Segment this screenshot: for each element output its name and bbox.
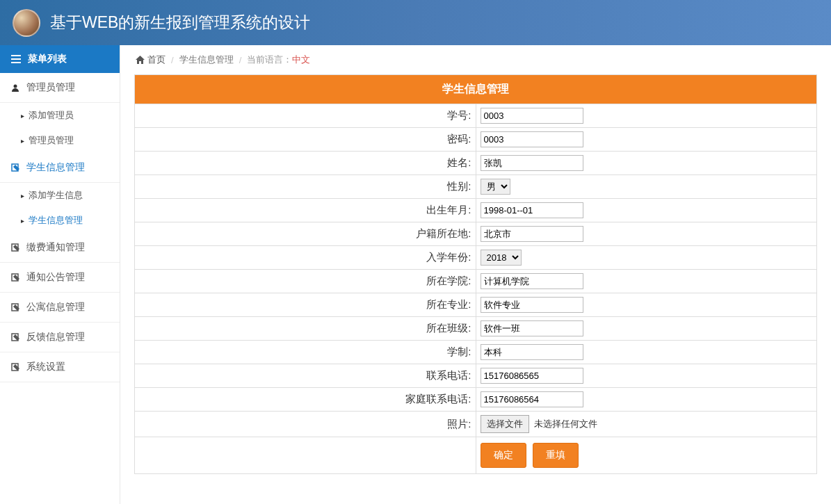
label-name: 姓名: bbox=[135, 152, 476, 175]
bars-icon bbox=[11, 55, 21, 63]
label-student-id: 学号: bbox=[135, 104, 476, 128]
sidebar-group-label: 缴费通知管理 bbox=[26, 241, 85, 254]
content-area: 首页 / 学生信息管理 / 当前语言： 中文 学生信息管理 学号: 密码: 姓名 bbox=[120, 45, 831, 504]
sidebar-group-label: 公寓信息管理 bbox=[26, 301, 85, 314]
submit-button[interactable]: 确定 bbox=[481, 443, 526, 468]
edit-icon bbox=[11, 363, 21, 371]
sidebar-group-label: 反馈信息管理 bbox=[26, 331, 85, 343]
input-class[interactable] bbox=[481, 320, 583, 336]
label-college: 所在学院: bbox=[135, 270, 476, 293]
user-icon bbox=[11, 83, 21, 92]
breadcrumb-sep: / bbox=[171, 55, 174, 65]
sidebar-header-label: 菜单列表 bbox=[28, 53, 67, 65]
reset-button[interactable]: 重填 bbox=[533, 443, 579, 468]
edit-icon bbox=[11, 333, 21, 341]
sidebar-item-manage-admin[interactable]: 管理员管理 bbox=[0, 128, 120, 153]
input-birth[interactable] bbox=[481, 202, 583, 218]
label-family-phone: 家庭联系电话: bbox=[135, 388, 476, 412]
input-major[interactable] bbox=[481, 297, 583, 313]
edit-icon bbox=[11, 273, 21, 282]
input-student-id[interactable] bbox=[481, 108, 583, 124]
svg-rect-0 bbox=[11, 55, 21, 56]
label-phone: 联系电话: bbox=[135, 364, 476, 388]
label-residence: 户籍所在地: bbox=[135, 222, 476, 246]
edit-icon bbox=[11, 303, 21, 311]
label-photo: 照片: bbox=[135, 412, 476, 437]
breadcrumb-lang-value[interactable]: 中文 bbox=[292, 54, 310, 66]
label-password: 密码: bbox=[135, 128, 476, 152]
sidebar-group-label: 管理员管理 bbox=[26, 81, 75, 94]
svg-rect-2 bbox=[11, 62, 21, 63]
label-major: 所在专业: bbox=[135, 293, 476, 317]
breadcrumb-lang-label: 当前语言： bbox=[247, 54, 292, 66]
input-college[interactable] bbox=[481, 273, 583, 289]
app-title: 基于WEB的新生报到管理系统的设计 bbox=[50, 12, 310, 33]
svg-rect-1 bbox=[11, 58, 21, 60]
sidebar-group-label: 系统设置 bbox=[26, 361, 65, 373]
input-residence[interactable] bbox=[481, 226, 583, 242]
breadcrumb-sep: / bbox=[239, 55, 242, 65]
sidebar-group-admin[interactable]: 管理员管理 bbox=[0, 73, 120, 103]
sidebar-group-dorm[interactable]: 公寓信息管理 bbox=[0, 293, 120, 323]
select-enroll-year[interactable]: 2018 bbox=[481, 250, 522, 266]
label-birth: 出生年月: bbox=[135, 199, 476, 222]
sidebar-header: 菜单列表 bbox=[0, 45, 120, 73]
select-gender[interactable]: 男 bbox=[481, 179, 510, 195]
sidebar-group-settings[interactable]: 系统设置 bbox=[0, 352, 120, 382]
avatar bbox=[13, 9, 40, 37]
label-education: 学制: bbox=[135, 341, 476, 364]
edit-icon bbox=[11, 243, 21, 252]
breadcrumb: 首页 / 学生信息管理 / 当前语言： 中文 bbox=[120, 45, 831, 74]
sidebar-item-add-admin[interactable]: 添加管理员 bbox=[0, 103, 120, 128]
input-education[interactable] bbox=[481, 344, 583, 360]
sidebar-group-label: 学生信息管理 bbox=[26, 161, 85, 174]
sidebar: 菜单列表 管理员管理 添加管理员 管理员管理 学生信息管理 添加学生信息 学生信… bbox=[0, 45, 120, 504]
input-family-phone[interactable] bbox=[481, 391, 583, 407]
label-gender: 性别: bbox=[135, 175, 476, 199]
file-choose-button[interactable]: 选择文件 bbox=[481, 415, 529, 433]
input-password[interactable] bbox=[481, 131, 583, 147]
app-header: 基于WEB的新生报到管理系统的设计 bbox=[0, 0, 831, 45]
breadcrumb-home[interactable]: 首页 bbox=[136, 54, 166, 66]
label-class: 所在班级: bbox=[135, 317, 476, 341]
edit-icon bbox=[11, 163, 21, 172]
file-status: 未选择任何文件 bbox=[534, 418, 597, 429]
home-icon bbox=[136, 56, 145, 64]
svg-point-3 bbox=[14, 85, 17, 88]
student-form-table: 学生信息管理 学号: 密码: 姓名: 性别: 男 bbox=[134, 74, 817, 474]
input-phone[interactable] bbox=[481, 368, 583, 384]
sidebar-group-payment[interactable]: 缴费通知管理 bbox=[0, 233, 120, 263]
form-title: 学生信息管理 bbox=[135, 75, 817, 104]
sidebar-group-feedback[interactable]: 反馈信息管理 bbox=[0, 323, 120, 352]
input-name[interactable] bbox=[481, 155, 583, 171]
sidebar-group-notice[interactable]: 通知公告管理 bbox=[0, 263, 120, 293]
sidebar-item-manage-student[interactable]: 学生信息管理 bbox=[0, 208, 120, 233]
sidebar-group-student[interactable]: 学生信息管理 bbox=[0, 153, 120, 183]
breadcrumb-section[interactable]: 学生信息管理 bbox=[179, 54, 234, 66]
sidebar-item-add-student[interactable]: 添加学生信息 bbox=[0, 183, 120, 208]
label-enroll-year: 入学年份: bbox=[135, 246, 476, 270]
sidebar-group-label: 通知公告管理 bbox=[26, 271, 85, 284]
